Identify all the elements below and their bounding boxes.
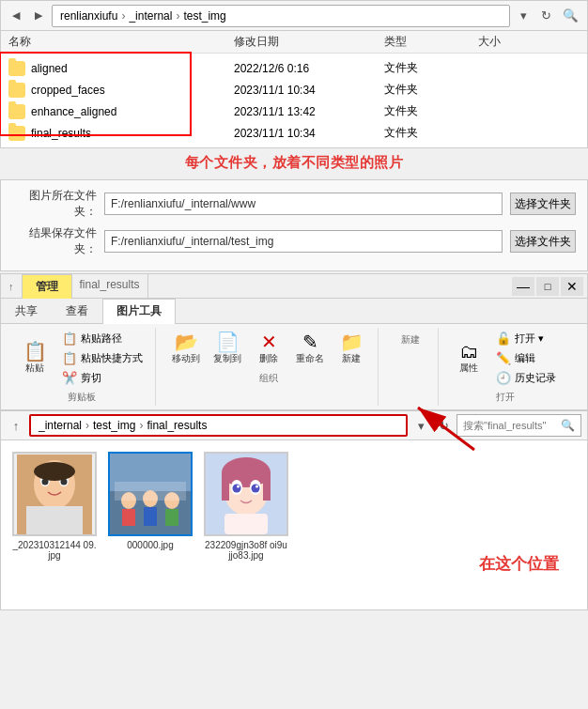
window-controls: — □ ✕ — [508, 275, 587, 298]
tab-share[interactable]: 共享 — [1, 299, 52, 323]
thumbnail-item[interactable]: _202310312144 09.jpg — [12, 452, 97, 561]
path-dropdown-button[interactable]: ▾ — [514, 7, 533, 25]
col-size-header: 大小 — [478, 34, 553, 50]
folder-icon — [8, 126, 25, 141]
path-breadcrumb[interactable]: renlianxiufu › _internal › test_img — [52, 5, 510, 27]
file-date: 2023/11/1 10:34 — [234, 84, 384, 97]
clipboard-group: 📋 粘贴 📋 粘贴路径 📋 粘贴快捷方式 — [8, 328, 156, 406]
top-file-explorer: ◀ ▶ renlianxiufu › _internal › test_img … — [0, 0, 588, 148]
search-button[interactable]: 🔍 — [559, 5, 581, 27]
col-name-header: 名称 — [8, 34, 234, 50]
open-group-label: 打开 — [450, 391, 561, 404]
file-type: 文件夹 — [384, 125, 478, 141]
open-icon: 🔓 — [496, 331, 511, 346]
copy-to-button[interactable]: 📄 复制到 — [209, 330, 246, 368]
delete-button[interactable]: ✕ 删除 — [250, 330, 287, 368]
window-title-label: final_results — [72, 274, 148, 298]
window-nav: ↑ — [1, 277, 22, 296]
svg-point-25 — [252, 485, 260, 493]
thumbnail-label: 000000.jpg — [127, 540, 174, 550]
back-button[interactable]: ◀ — [7, 7, 25, 25]
forward-button[interactable]: ▶ — [29, 7, 48, 25]
output-input[interactable] — [104, 230, 503, 253]
config-row-output: 结果保存文件夹： 选择文件夹 — [12, 225, 576, 257]
close-button[interactable]: ✕ — [561, 277, 583, 296]
new-group-label: 新建 — [390, 333, 430, 347]
file-row[interactable]: final_results 2023/11/1 10:34 文件夹 — [8, 122, 580, 144]
move-icon: 📂 — [175, 332, 198, 351]
organize-group-label: 组织 — [167, 372, 370, 385]
column-headers: 名称 修改日期 类型 大小 — [1, 31, 587, 54]
output-browse-button[interactable]: 选择文件夹 — [510, 230, 576, 253]
thumbnail-item[interactable]: 000000.jpg — [108, 452, 193, 550]
file-row[interactable]: cropped_faces 2023/11/1 10:34 文件夹 — [8, 79, 580, 100]
svg-point-26 — [237, 486, 240, 488]
svg-rect-16 — [115, 482, 186, 501]
search-icon: 🔍 — [561, 419, 575, 432]
paste-btn-group: 📋 粘贴 — [16, 339, 54, 378]
open-small-btns: 🔓 打开 ▾ ✏️ 编辑 🕘 历史记录 — [491, 330, 561, 387]
svg-rect-28 — [224, 514, 268, 534]
output-label: 结果保存文件夹： — [12, 225, 97, 257]
red-arrow-svg — [399, 403, 549, 459]
history-button[interactable]: 🕘 历史记录 — [491, 369, 561, 387]
file-type: 文件夹 — [384, 82, 478, 98]
path-folder: test_img — [183, 9, 225, 23]
organize-group: 📂 移动到 📄 复制到 ✕ 删除 ✎ 重命名 — [160, 328, 379, 406]
tab-picture-tools[interactable]: 图片工具 — [102, 299, 176, 324]
rename-icon: ✎ — [302, 332, 318, 351]
file-row[interactable]: aligned 2022/12/6 0:16 文件夹 — [8, 57, 580, 79]
svg-rect-21 — [263, 472, 271, 501]
tab-manage[interactable]: 管理 — [22, 274, 72, 299]
edit-button[interactable]: ✏️ 编辑 — [491, 349, 561, 367]
move-to-button[interactable]: 📂 移动到 — [167, 330, 205, 368]
svg-point-27 — [255, 486, 258, 488]
config-panel: 图片所在文件夹： 选择文件夹 结果保存文件夹： 选择文件夹 — [0, 179, 588, 271]
sep2: › — [139, 419, 143, 432]
bottom-path-testimg: test_img — [93, 419, 135, 432]
cut-icon: ✂️ — [62, 371, 77, 385]
delete-icon: ✕ — [261, 332, 277, 351]
new-folder-icon: 📁 — [340, 332, 364, 351]
open-group: 🗂 属性 🔓 打开 ▾ ✏️ 编辑 🕘 — [442, 328, 568, 406]
thumbnail-label: _202310312144 09.jpg — [12, 540, 97, 561]
open-button[interactable]: 🔓 打开 ▾ — [491, 330, 561, 347]
bottom-path-breadcrumb[interactable]: _internal › test_img › final_results — [29, 414, 408, 437]
clipboard-group-label: 剪贴板 — [16, 391, 147, 404]
annotation-bottom-text: 在这个位置 — [479, 553, 559, 575]
path-root: renlianxiufu — [60, 9, 117, 23]
thumbnail-item[interactable]: 232209gjn3o8f oi9ujjo83.jpg — [204, 452, 288, 561]
thumbnail-label: 232209gjn3o8f oi9ujjo83.jpg — [204, 540, 288, 561]
file-row[interactable]: enhance_aligned 2023/11/1 13:42 文件夹 — [8, 100, 580, 122]
file-date: 2023/11/1 13:42 — [234, 105, 384, 118]
file-type: 文件夹 — [384, 60, 478, 76]
properties-button[interactable]: 🗂 属性 — [450, 339, 487, 378]
col-type-header: 类型 — [384, 34, 478, 50]
paste-path-button[interactable]: 📋 粘贴路径 — [57, 330, 147, 347]
paste-shortcut-button[interactable]: 📋 粘贴快捷方式 — [57, 349, 147, 367]
thumbnail-image — [12, 452, 97, 536]
refresh-button[interactable]: ↻ — [536, 7, 555, 25]
svg-point-24 — [233, 485, 241, 493]
minimize-button[interactable]: — — [512, 277, 534, 296]
new-group: 新建 — [382, 328, 439, 406]
rename-button[interactable]: ✎ 重命名 — [291, 330, 329, 368]
paste-icon: 📋 — [23, 342, 47, 361]
col-date-header: 修改日期 — [234, 34, 384, 50]
tab-view[interactable]: 查看 — [52, 299, 102, 323]
new-folder-button[interactable]: 📁 新建 — [333, 330, 370, 368]
paste-button[interactable]: 📋 粘贴 — [16, 339, 54, 378]
thumbnail-grid: _202310312144 09.jpg 000000.jpg — [1, 440, 587, 572]
folder-icon — [8, 104, 25, 119]
cut-button[interactable]: ✂️ 剪切 — [57, 369, 147, 387]
up-button[interactable]: ↑ — [7, 416, 25, 435]
annotation-folders: 每个文件夹，放着不同类型的照片 — [0, 148, 588, 177]
paste-path-icon: 📋 — [62, 331, 77, 346]
svg-rect-15 — [165, 509, 178, 526]
maximize-button[interactable]: □ — [536, 277, 559, 296]
face-portrait-svg — [17, 455, 92, 534]
source-input[interactable] — [104, 193, 503, 215]
source-label: 图片所在文件夹： — [12, 188, 97, 220]
svg-rect-11 — [122, 509, 135, 526]
source-browse-button[interactable]: 选择文件夹 — [510, 193, 576, 215]
